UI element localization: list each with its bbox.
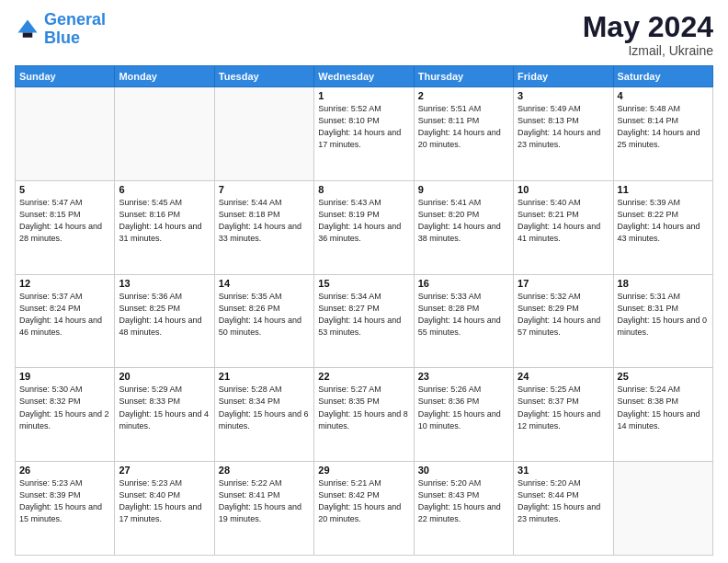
day-info: Sunrise: 5:36 AM Sunset: 8:25 PM Dayligh… [119,291,210,339]
calendar-week-row: 5Sunrise: 5:47 AM Sunset: 8:15 PM Daylig… [16,180,713,274]
svg-marker-0 [18,19,38,32]
table-row: 26Sunrise: 5:23 AM Sunset: 8:39 PM Dayli… [16,462,115,556]
table-row: 25Sunrise: 5:24 AM Sunset: 8:38 PM Dayli… [613,368,712,462]
table-row: 22Sunrise: 5:27 AM Sunset: 8:35 PM Dayli… [314,368,414,462]
day-number: 25 [618,371,709,382]
table-row: 6Sunrise: 5:45 AM Sunset: 8:16 PM Daylig… [115,180,214,274]
day-info: Sunrise: 5:37 AM Sunset: 8:24 PM Dayligh… [19,291,110,339]
day-info: Sunrise: 5:35 AM Sunset: 8:26 PM Dayligh… [219,291,310,339]
day-number: 14 [219,278,310,289]
table-row: 31Sunrise: 5:20 AM Sunset: 8:44 PM Dayli… [514,462,613,556]
day-number: 28 [219,465,310,476]
svg-rect-1 [23,32,33,37]
day-number: 22 [318,371,409,382]
day-info: Sunrise: 5:24 AM Sunset: 8:38 PM Dayligh… [618,384,709,431]
calendar-week-row: 26Sunrise: 5:23 AM Sunset: 8:39 PM Dayli… [16,462,713,556]
table-row: 8Sunrise: 5:43 AM Sunset: 8:19 PM Daylig… [314,180,414,274]
day-info: Sunrise: 5:31 AM Sunset: 8:31 PM Dayligh… [618,291,709,339]
table-row: 28Sunrise: 5:22 AM Sunset: 8:41 PM Dayli… [214,462,313,556]
day-number: 20 [119,371,210,382]
page: GeneralBlue May 2024 Izmail, Ukraine Sun… [0,0,728,563]
calendar-week-row: 19Sunrise: 5:30 AM Sunset: 8:32 PM Dayli… [16,368,713,462]
day-info: Sunrise: 5:25 AM Sunset: 8:37 PM Dayligh… [518,384,609,431]
table-row: 21Sunrise: 5:28 AM Sunset: 8:34 PM Dayli… [214,368,313,462]
table-row: 7Sunrise: 5:44 AM Sunset: 8:18 PM Daylig… [214,180,313,274]
day-info: Sunrise: 5:27 AM Sunset: 8:35 PM Dayligh… [318,384,409,431]
logo: GeneralBlue [15,11,106,48]
header-wednesday: Wednesday [314,66,414,87]
day-number: 31 [518,465,609,476]
logo-text: GeneralBlue [44,11,106,48]
day-number: 26 [19,465,110,476]
day-info: Sunrise: 5:20 AM Sunset: 8:44 PM Dayligh… [518,477,609,525]
table-row: 5Sunrise: 5:47 AM Sunset: 8:15 PM Daylig… [16,180,115,274]
header-monday: Monday [115,66,214,87]
day-number: 1 [318,90,409,101]
day-number: 6 [119,184,210,195]
day-info: Sunrise: 5:48 AM Sunset: 8:14 PM Dayligh… [618,103,709,151]
day-info: Sunrise: 5:47 AM Sunset: 8:15 PM Dayligh… [19,197,110,245]
table-row: 14Sunrise: 5:35 AM Sunset: 8:26 PM Dayli… [214,274,313,368]
table-row [613,462,712,556]
table-row [115,87,214,181]
day-info: Sunrise: 5:44 AM Sunset: 8:18 PM Dayligh… [219,197,310,245]
day-number: 16 [418,278,509,289]
day-number: 24 [518,371,609,382]
table-row: 3Sunrise: 5:49 AM Sunset: 8:13 PM Daylig… [514,87,613,181]
day-info: Sunrise: 5:32 AM Sunset: 8:29 PM Dayligh… [518,291,609,339]
day-info: Sunrise: 5:22 AM Sunset: 8:41 PM Dayligh… [219,477,310,525]
day-info: Sunrise: 5:49 AM Sunset: 8:13 PM Dayligh… [518,103,609,151]
table-row: 12Sunrise: 5:37 AM Sunset: 8:24 PM Dayli… [16,274,115,368]
table-row: 18Sunrise: 5:31 AM Sunset: 8:31 PM Dayli… [613,274,712,368]
table-row: 23Sunrise: 5:26 AM Sunset: 8:36 PM Dayli… [414,368,513,462]
table-row [214,87,313,181]
day-number: 17 [518,278,609,289]
day-number: 9 [418,184,509,195]
day-number: 21 [219,371,310,382]
table-row: 4Sunrise: 5:48 AM Sunset: 8:14 PM Daylig… [613,87,712,181]
header-tuesday: Tuesday [214,66,313,87]
day-number: 18 [618,278,709,289]
title-block: May 2024 Izmail, Ukraine [583,11,713,58]
day-info: Sunrise: 5:33 AM Sunset: 8:28 PM Dayligh… [418,291,509,339]
table-row: 29Sunrise: 5:21 AM Sunset: 8:42 PM Dayli… [314,462,414,556]
day-info: Sunrise: 5:34 AM Sunset: 8:27 PM Dayligh… [318,291,409,339]
day-info: Sunrise: 5:21 AM Sunset: 8:42 PM Dayligh… [318,477,409,525]
day-info: Sunrise: 5:52 AM Sunset: 8:10 PM Dayligh… [318,103,409,151]
day-info: Sunrise: 5:28 AM Sunset: 8:34 PM Dayligh… [219,384,310,431]
day-number: 30 [418,465,509,476]
day-info: Sunrise: 5:43 AM Sunset: 8:19 PM Dayligh… [318,197,409,245]
header-saturday: Saturday [613,66,712,87]
day-info: Sunrise: 5:41 AM Sunset: 8:20 PM Dayligh… [418,197,509,245]
day-number: 11 [618,184,709,195]
table-row: 2Sunrise: 5:51 AM Sunset: 8:11 PM Daylig… [414,87,513,181]
table-row: 19Sunrise: 5:30 AM Sunset: 8:32 PM Dayli… [16,368,115,462]
day-info: Sunrise: 5:26 AM Sunset: 8:36 PM Dayligh… [418,384,509,431]
day-number: 7 [219,184,310,195]
day-number: 13 [119,278,210,289]
day-number: 15 [318,278,409,289]
header-thursday: Thursday [414,66,513,87]
table-row: 1Sunrise: 5:52 AM Sunset: 8:10 PM Daylig… [314,87,414,181]
table-row: 16Sunrise: 5:33 AM Sunset: 8:28 PM Dayli… [414,274,513,368]
day-info: Sunrise: 5:40 AM Sunset: 8:21 PM Dayligh… [518,197,609,245]
day-info: Sunrise: 5:23 AM Sunset: 8:40 PM Dayligh… [119,477,210,525]
calendar-week-row: 12Sunrise: 5:37 AM Sunset: 8:24 PM Dayli… [16,274,713,368]
day-number: 27 [119,465,210,476]
table-row: 27Sunrise: 5:23 AM Sunset: 8:40 PM Dayli… [115,462,214,556]
day-info: Sunrise: 5:39 AM Sunset: 8:22 PM Dayligh… [618,197,709,245]
day-number: 10 [518,184,609,195]
calendar-title: May 2024 [583,11,713,43]
day-number: 8 [318,184,409,195]
header: GeneralBlue May 2024 Izmail, Ukraine [15,11,713,58]
table-row [16,87,115,181]
day-number: 19 [19,371,110,382]
table-row: 15Sunrise: 5:34 AM Sunset: 8:27 PM Dayli… [314,274,414,368]
day-info: Sunrise: 5:29 AM Sunset: 8:33 PM Dayligh… [119,384,210,431]
calendar-table: Sunday Monday Tuesday Wednesday Thursday… [15,65,713,556]
table-row: 20Sunrise: 5:29 AM Sunset: 8:33 PM Dayli… [115,368,214,462]
table-row: 13Sunrise: 5:36 AM Sunset: 8:25 PM Dayli… [115,274,214,368]
day-number: 2 [418,90,509,101]
calendar-subtitle: Izmail, Ukraine [583,43,713,58]
calendar-week-row: 1Sunrise: 5:52 AM Sunset: 8:10 PM Daylig… [16,87,713,181]
